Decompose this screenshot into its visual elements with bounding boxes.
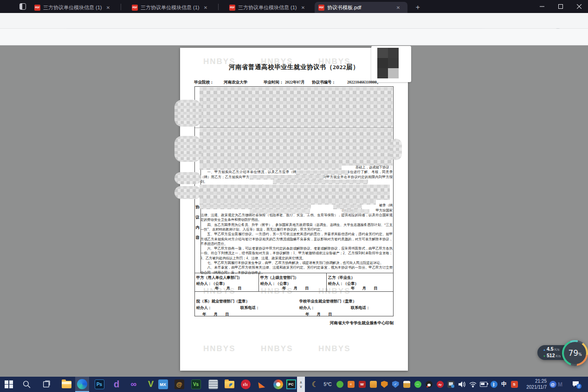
watermark: HNBYS xyxy=(261,344,293,353)
dev-app-icon[interactable]: d xyxy=(110,377,123,392)
censored-block xyxy=(333,205,362,209)
dept-date: 年 月 日 xyxy=(305,312,332,317)
database-app-icon[interactable] xyxy=(206,377,220,392)
wps-tray-icon[interactable]: W xyxy=(357,380,367,389)
censored-block xyxy=(250,175,324,180)
qr-code-censored xyxy=(371,46,411,82)
tab-close-icon[interactable]: ✕ xyxy=(105,5,111,10)
upload-arrow-icon: ▲ xyxy=(543,347,546,353)
file-explorer-icon[interactable] xyxy=(59,377,73,392)
tray-folder-icon[interactable] xyxy=(368,380,378,389)
clause-7: 七、甲乙双方因履行本协议发生争议，由甲、乙双方协商解决，或提请有关部门协调解决，… xyxy=(200,261,393,265)
maximize-button[interactable] xyxy=(551,0,570,13)
censored-block xyxy=(200,200,376,205)
minimize-button[interactable] xyxy=(533,0,551,13)
pdf-favicon: PDF xyxy=(229,5,235,11)
tab-separator xyxy=(218,4,219,10)
censored-block xyxy=(296,170,348,175)
browser-nav-bar: ← → 文件 C:/Users/86139/Desktop/协议书模板.pdf xyxy=(0,13,588,29)
ime-indicator[interactable]: 中 xyxy=(499,380,509,389)
pycharm-icon[interactable]: PC xyxy=(284,377,298,392)
red-circle-app-icon[interactable]: ılı xyxy=(239,377,252,392)
tray-green-icon[interactable] xyxy=(335,380,344,389)
watermark: HNBYS xyxy=(203,344,236,353)
sign-date: 年 月 日 xyxy=(351,286,377,291)
photoshop-icon[interactable]: Ps xyxy=(92,377,106,392)
tab-4-active[interactable]: PDF 协议书模板.pdf ✕ xyxy=(315,2,407,13)
tab-close-icon[interactable]: ✕ xyxy=(202,5,209,10)
screen-capture-tray-icon[interactable] xyxy=(446,380,456,389)
agreement-no-value: 202210466310000。 xyxy=(347,80,381,85)
usage-percent: 79 xyxy=(568,348,578,358)
agreement-no-label: 协议书编号： xyxy=(312,80,336,85)
battery-tray-icon[interactable] xyxy=(478,380,489,389)
wifi-tray-icon[interactable] xyxy=(468,380,478,389)
qq-tray-icon[interactable] xyxy=(424,380,433,389)
table-line xyxy=(194,291,394,292)
notification-badge: 2 xyxy=(576,384,582,389)
tab-close-icon[interactable]: ✕ xyxy=(300,5,306,10)
tray-orange-shield-icon[interactable] xyxy=(380,380,389,389)
sign-col3-title: 乙方（毕业生） xyxy=(328,275,355,280)
mx-app-icon[interactable]: MX xyxy=(156,377,170,392)
screen: PDF 三方协议单位模块信息 (1)(13)(1 ✕ PDF 三方协议单位模块信… xyxy=(0,0,588,392)
edge-taskbar-icon[interactable] xyxy=(75,377,89,392)
school-label: 毕业院校： xyxy=(194,80,214,85)
spiral-app-icon[interactable]: @ xyxy=(172,377,186,392)
section-label-char: 协 xyxy=(195,205,200,210)
tab-title: 三方协议单位模块信息 (1)(13)(1 xyxy=(141,4,200,11)
censored-block xyxy=(174,100,201,127)
dept-agent: 经办人： xyxy=(196,305,212,310)
censored-block xyxy=(200,87,393,128)
tab-1[interactable]: PDF 三方协议单位模块信息 (1)(13)(1 ✕ xyxy=(31,2,115,13)
matlab-icon[interactable]: ◣ xyxy=(255,377,269,392)
usage-ring-widget[interactable]: 79% xyxy=(562,340,588,366)
volume-tray-icon[interactable] xyxy=(457,380,467,389)
pdf-favicon: PDF xyxy=(34,5,40,11)
censored-block xyxy=(200,129,393,166)
taskbar-clock[interactable]: 21:25 2021/11/7 xyxy=(516,378,547,390)
task-view-icon[interactable] xyxy=(39,377,53,392)
pdf-favicon: PDF xyxy=(132,5,138,11)
clock-date: 2021/11/7 xyxy=(516,384,547,390)
taskbar: Ps d ∞ V MX @ Vs ılı xyxy=(0,377,588,392)
visual-studio-icon[interactable]: ∞ xyxy=(127,377,141,392)
dy-tray-icon[interactable]: dy xyxy=(435,380,445,389)
swirl-app-icon[interactable] xyxy=(271,377,285,392)
tray-blue-shield-icon[interactable]: ✓ xyxy=(391,380,400,389)
start-button[interactable] xyxy=(2,377,16,392)
tray-orange-doc-icon[interactable]: ≡ xyxy=(346,380,355,389)
grad-value: 2022年07月 xyxy=(285,80,305,85)
dept-phone: 联系电话： xyxy=(240,305,259,310)
tab-actions-icon[interactable] xyxy=(19,3,26,10)
taskbar-overflow-arrows[interactable]: ∧∨ xyxy=(297,377,305,392)
pdf-viewer[interactable]: HNBYS HNBYS HNBYS HNBYS HNBYS HNBYS HNBY… xyxy=(0,45,588,377)
close-button[interactable] xyxy=(570,0,588,13)
wechat-tray-icon[interactable]: ·· xyxy=(413,380,422,389)
bluetooth-tray-icon[interactable]: ᛒ xyxy=(489,380,498,389)
censored-block xyxy=(343,209,369,214)
grad-label: 毕业时间： xyxy=(264,80,284,85)
tab-2[interactable]: PDF 三方协议单位模块信息 (1)(13)(1 ✕ xyxy=(128,2,213,13)
python-folder-icon[interactable] xyxy=(222,377,236,392)
sign-col2-title: 甲方（上级主管部门） xyxy=(260,275,298,280)
censored-block xyxy=(200,165,342,170)
pdf-toolbar: 1 /1 − ＋ ↻ ↔ 页面视图 A 朗读此页内容 绘制 ˅ 突出显示 ˅ 擦… xyxy=(0,29,588,45)
vs-green-app-icon[interactable]: Vs xyxy=(189,377,203,392)
tray-beer-icon[interactable] xyxy=(402,380,411,389)
sign-date: 年 月 日 xyxy=(215,286,241,291)
notification-center-icon[interactable]: 2 xyxy=(570,380,582,389)
pdf-page: HNBYS HNBYS HNBYS HNBYS HNBYS HNBYS HNBY… xyxy=(180,48,408,371)
taskbar-search-icon[interactable] xyxy=(19,377,33,392)
dept2-title: 学校毕业生就业管理部门（盖章） xyxy=(299,299,356,304)
weather-temp[interactable]: 5°C xyxy=(321,380,334,389)
section-label-char: 容 xyxy=(195,235,200,241)
censored-block xyxy=(200,185,390,200)
tab-close-icon[interactable]: ✕ xyxy=(395,5,401,10)
table-line xyxy=(194,128,394,128)
censored-block xyxy=(390,139,402,160)
censored-block xyxy=(273,180,368,184)
new-tab-button[interactable]: ＋ xyxy=(413,2,422,12)
tab-3[interactable]: PDF 三方协议单位模块信息 (1)(13)(1 ✕ xyxy=(226,2,310,13)
weather-moon-icon[interactable]: ☾ xyxy=(310,380,320,389)
